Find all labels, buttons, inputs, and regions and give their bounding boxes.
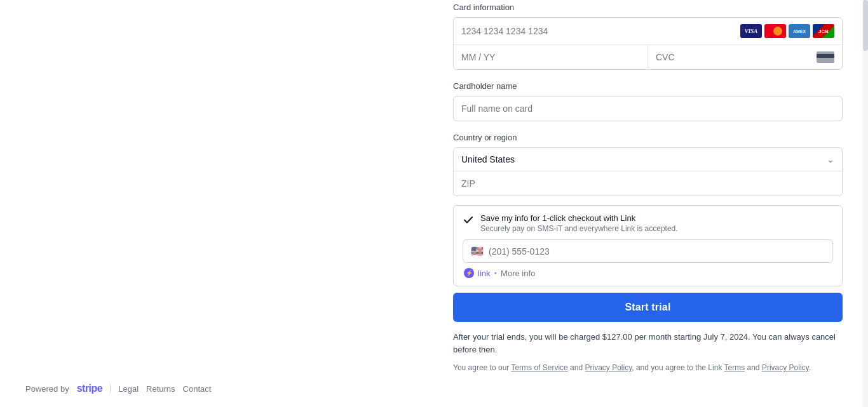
footer-divider xyxy=(110,384,111,393)
card-cvc-input[interactable] xyxy=(656,52,817,62)
powered-by-footer: Powered by stripe Legal Returns Contact xyxy=(25,383,211,394)
privacy-policy2-link[interactable]: Privacy Policy xyxy=(762,363,809,372)
agreement-and2: and xyxy=(745,363,762,372)
cardholder-input[interactable] xyxy=(461,103,834,114)
footer-links: Legal Returns Contact xyxy=(118,384,211,394)
agreement-text: You agree to our Terms of Service and Pr… xyxy=(453,362,843,374)
stripe-logo: stripe xyxy=(77,383,103,394)
powered-by-text: Powered by xyxy=(25,384,69,394)
link-save-subtext: Securely pay on SMS-iT and everywhere Li… xyxy=(480,224,678,233)
start-trial-button[interactable]: Start trial xyxy=(453,293,843,322)
card-info-label: Card information xyxy=(453,3,843,12)
contact-link[interactable]: Contact xyxy=(183,384,212,394)
cardholder-box xyxy=(453,96,843,121)
visa-icon: VISA xyxy=(740,24,762,38)
scrollbar-thumb[interactable] xyxy=(863,0,868,51)
mastercard-icon xyxy=(764,24,786,38)
cvc-icon xyxy=(817,51,834,63)
card-bottom-row xyxy=(454,45,842,69)
card-cvc-col xyxy=(648,45,842,69)
card-info-box: VISA AMEX JCB xyxy=(453,17,843,70)
agreement-pre: You agree to our xyxy=(453,363,511,372)
link-save-text-block: Save my info for 1-click checkout with L… xyxy=(480,213,678,233)
card-number-row: VISA AMEX JCB xyxy=(454,18,842,45)
link-save-box: Save my info for 1-click checkout with L… xyxy=(453,205,843,286)
legal-link[interactable]: Legal xyxy=(118,384,139,394)
zip-input[interactable] xyxy=(461,178,834,189)
card-number-input[interactable] xyxy=(461,26,740,36)
country-label: Country or region xyxy=(453,133,843,142)
privacy-policy1-link[interactable]: Privacy Policy xyxy=(585,363,632,372)
card-expiry-col xyxy=(454,45,648,69)
link-bolt-icon: ⚡ xyxy=(464,268,474,278)
zip-row xyxy=(454,171,842,196)
link-label: link xyxy=(478,269,491,278)
phone-input[interactable] xyxy=(489,246,825,257)
link-save-row: Save my info for 1-click checkout with L… xyxy=(463,213,833,233)
link-dot: • xyxy=(494,269,498,278)
more-info-link[interactable]: More info xyxy=(501,269,535,278)
returns-link[interactable]: Returns xyxy=(146,384,175,394)
check-icon xyxy=(463,214,474,225)
scrollbar[interactable] xyxy=(863,0,868,407)
phone-row: 🇺🇸 xyxy=(463,239,833,263)
left-panel: Powered by stripe Legal Returns Contact xyxy=(0,0,434,407)
agreement-mid: , and you agree to the Link xyxy=(632,363,724,372)
agreement-end: . xyxy=(809,363,811,372)
card-expiry-input[interactable] xyxy=(461,52,640,62)
link-save-label: Save my info for 1-click checkout with L… xyxy=(480,213,678,223)
country-value: United States xyxy=(461,154,515,164)
terms-of-service-link[interactable]: Terms of Service xyxy=(511,363,567,372)
link-info-row: ⚡ link • More info xyxy=(463,268,833,278)
trial-info-text: After your trial ends, you will be charg… xyxy=(453,331,843,356)
link-terms-link[interactable]: Terms xyxy=(724,363,745,372)
card-icons: VISA AMEX JCB xyxy=(740,24,834,38)
jcb-icon: JCB xyxy=(813,24,834,38)
us-flag-icon: 🇺🇸 xyxy=(471,245,484,257)
amex-icon: AMEX xyxy=(789,24,810,38)
agreement-and1: and xyxy=(568,363,585,372)
cardholder-label: Cardholder name xyxy=(453,81,843,91)
chevron-down-icon: ⌄ xyxy=(827,154,834,164)
country-region-box: United States ⌄ xyxy=(453,147,843,196)
right-panel: Card information VISA AMEX JCB xyxy=(434,0,868,407)
country-select[interactable]: United States ⌄ xyxy=(454,148,842,171)
